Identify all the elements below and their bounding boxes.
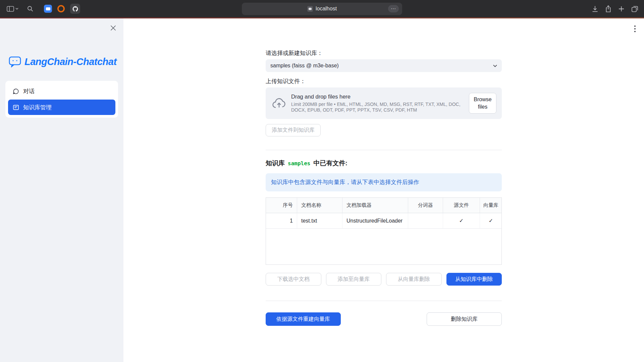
kb-management-icon xyxy=(13,104,19,111)
logo-text: LangChain-Chatchat xyxy=(24,56,117,67)
heading-prefix: 知识库 xyxy=(266,159,285,168)
tab-overview-button[interactable] xyxy=(632,6,638,12)
chevron-down-icon xyxy=(15,8,18,10)
cell-name[interactable]: test.txt xyxy=(297,213,342,228)
upload-cloud-icon xyxy=(272,97,286,110)
download-icon xyxy=(592,6,598,12)
download-selected-button[interactable]: 下载选中文档 xyxy=(266,273,321,286)
browse-files-button[interactable]: Browse files xyxy=(469,93,496,113)
files-table: 序号 文档名称 文档加载器 分词器 源文件 向量库 1 test.txt Uns… xyxy=(266,197,502,265)
sidebar: LangChain-Chatchat 对话 xyxy=(0,18,123,362)
share-icon xyxy=(605,5,611,12)
table-header-source[interactable]: 源文件 xyxy=(443,198,480,213)
bottom-actions-row: 依据源文件重建向量库 删除知识库 xyxy=(266,312,502,326)
site-favicon-icon xyxy=(307,6,313,12)
plus-icon xyxy=(619,6,624,12)
chat-bubble-icon xyxy=(13,88,19,95)
delete-from-kb-button[interactable]: 从知识库中删除 xyxy=(446,273,502,286)
sidebar-panel-icon xyxy=(7,6,14,12)
table-header-loader[interactable]: 文档加载器 xyxy=(342,198,408,213)
search-icon xyxy=(27,6,33,12)
delete-from-vector-button[interactable]: 从向量库删除 xyxy=(386,273,442,286)
divider xyxy=(266,301,502,301)
browser-chrome: localhost ⋯ xyxy=(0,0,644,17)
actions-row: 下载选中文档 添加至向量库 从向量库删除 从知识库中删除 xyxy=(266,273,502,286)
share-button[interactable] xyxy=(605,5,611,12)
cell-vector-check[interactable]: ✓ xyxy=(480,213,502,228)
main-area: 请选择或新建知识库： samples (faiss @ m3e-base) 上传… xyxy=(123,18,644,362)
files-heading: 知识库 samples 中已有文件: xyxy=(266,159,502,168)
sidebar-toggle-button[interactable] xyxy=(7,6,18,12)
search-button[interactable] xyxy=(27,6,33,12)
new-tab-button[interactable] xyxy=(619,6,624,12)
nav-item-label: 对话 xyxy=(23,87,35,95)
dropzone-title: Drag and drop files here xyxy=(291,94,464,100)
rebuild-vector-button[interactable]: 依据源文件重建向量库 xyxy=(266,312,341,326)
cell-splitter[interactable] xyxy=(408,213,443,228)
table-header-index[interactable]: 序号 xyxy=(266,198,297,213)
pinned-tab-blue-icon[interactable] xyxy=(44,5,52,13)
kebab-menu-icon xyxy=(634,25,636,33)
table-header-vector[interactable]: 向量库 xyxy=(480,198,502,213)
heading-suffix: 中已有文件: xyxy=(313,159,347,168)
table-row[interactable]: 1 test.txt UnstructuredFileLoader ✓ ✓ xyxy=(266,213,501,229)
pinned-tab-orange-icon[interactable] xyxy=(57,5,65,12)
downloads-button[interactable] xyxy=(592,6,598,12)
chevron-down-icon xyxy=(492,62,498,69)
kb-select-label: 请选择或新建知识库： xyxy=(266,50,502,57)
kb-selectbox[interactable]: samples (faiss @ m3e-base) xyxy=(266,59,502,72)
cell-source-check[interactable]: ✓ xyxy=(443,213,480,228)
table-header-splitter[interactable]: 分词器 xyxy=(408,198,443,213)
close-sidebar-button[interactable] xyxy=(110,25,116,31)
close-icon xyxy=(110,25,116,31)
kb-selectbox-value: samples (faiss @ m3e-base) xyxy=(270,63,339,69)
upload-label: 上传知识文件： xyxy=(266,78,502,85)
app-logo: LangChain-Chatchat xyxy=(9,56,117,67)
table-empty-area xyxy=(266,229,501,264)
table-header-row: 序号 文档名称 文档加载器 分词器 源文件 向量库 xyxy=(266,198,501,213)
content-column: 请选择或新建知识库： samples (faiss @ m3e-base) 上传… xyxy=(266,18,502,326)
dropzone-text: Drag and drop files here Limit 200MB per… xyxy=(291,94,464,113)
nav-item-kb-management[interactable]: 知识库管理 xyxy=(8,100,115,115)
add-files-button[interactable]: 添加文件到知识库 xyxy=(266,124,321,136)
divider xyxy=(266,150,502,150)
delete-kb-button[interactable]: 删除知识库 xyxy=(427,312,502,326)
cell-index[interactable]: 1 xyxy=(266,213,297,228)
dropzone-hint: Limit 200MB per file • EML, HTML, JSON, … xyxy=(291,102,464,113)
nav-item-chat[interactable]: 对话 xyxy=(8,83,115,99)
address-bar[interactable]: localhost ⋯ xyxy=(242,3,402,15)
tabs-icon xyxy=(632,6,638,12)
address-url: localhost xyxy=(316,6,337,12)
kb-name-code: samples xyxy=(288,160,310,167)
kebab-menu-button[interactable] xyxy=(633,24,637,34)
file-dropzone[interactable]: Drag and drop files here Limit 200MB per… xyxy=(266,87,502,119)
table-header-name[interactable]: 文档名称 xyxy=(297,198,342,213)
info-box: 知识库中包含源文件与向量库，请从下表中选择文件后操作 xyxy=(266,173,502,191)
cell-loader[interactable]: UnstructuredFileLoader xyxy=(342,213,408,228)
nav-item-label: 知识库管理 xyxy=(23,104,52,111)
add-to-vector-button[interactable]: 添加至向量库 xyxy=(326,273,382,286)
logo-chat-icon xyxy=(9,56,21,67)
github-tab-icon[interactable] xyxy=(70,4,80,14)
page-settings-button[interactable]: ⋯ xyxy=(388,5,399,12)
sidebar-nav: 对话 知识库管理 xyxy=(5,81,118,118)
github-octocat-icon xyxy=(72,6,78,12)
